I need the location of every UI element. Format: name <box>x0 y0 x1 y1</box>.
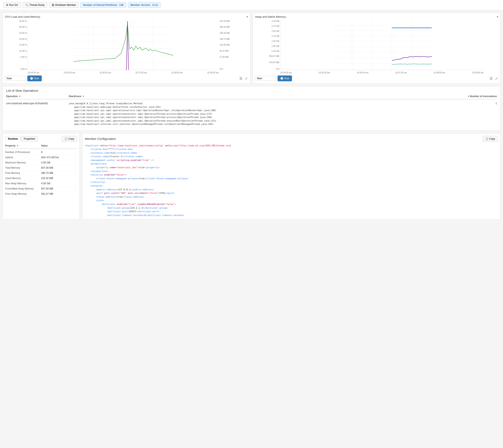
prop-value-cell: 607.00 MB <box>41 166 77 169</box>
prop-value-cell: 607.00 MB <box>41 187 77 190</box>
stacktrace-cell: java.base@14.0.1/java.lang.Thread.sleep(… <box>69 102 464 126</box>
prop-header-name[interactable]: Property ⇕ <box>5 144 41 147</box>
sort-icon-stacktrace: ⇕ <box>82 95 84 97</box>
prop-value-cell: 380.70 MB <box>41 172 77 175</box>
copy-button-right[interactable]: 📋 Copy <box>483 136 498 142</box>
cpu-chart-title: CPU Load and Used Memory <box>5 15 40 18</box>
prop-value-cell: 4.00 GB <box>41 161 77 164</box>
prop-rows: Number of Processors 8 Uptime 50m 47s 69… <box>5 150 77 197</box>
prop-name-cell: Total Memory <box>5 166 41 169</box>
cpu-now-input[interactable] <box>5 76 26 81</box>
prop-row: Committed Heap Memory 607.00 MB <box>5 186 77 191</box>
copy-button-left[interactable]: 📋 Copy <box>62 136 77 142</box>
heap-chart-header: Heap and Native Memory ▾ <box>255 15 498 18</box>
col-invocations-header[interactable]: ⇕ Number of invocations <box>464 95 497 98</box>
sort-icon-operation: ⇕ <box>19 95 21 97</box>
cpu-list-icon[interactable]: ☰ <box>239 76 243 81</box>
prop-row: Free Memory 380.70 MB <box>5 171 77 176</box>
config-code: <hazelcast xmlns="http://www.hazelcast.c… <box>85 144 498 217</box>
tabs-container: Runtime Properties 📋 Copy <box>5 136 77 142</box>
prop-row: Used Memory 225.92 MB <box>5 176 77 181</box>
left-panel: Runtime Properties 📋 Copy Property ⇕ Val… <box>2 133 80 220</box>
version-badge: Member Version: 4.1.0 <box>128 2 161 8</box>
heap-chart-controls: 🕐 Now ☰ ⤢ <box>255 76 498 81</box>
prop-header-value: Value <box>41 144 77 147</box>
prop-name-cell: Free Heap Memory <box>5 192 41 195</box>
thread-dump-button[interactable]: 🔍 Thread Dump <box>22 2 47 8</box>
heap-chart-title: Heap and Native Memory <box>255 15 286 18</box>
cpu-chart-header: CPU Load and Used Memory ▾ <box>5 15 248 18</box>
prop-name-cell: Maximum Memory <box>5 161 41 164</box>
bottom-section: Runtime Properties 📋 Copy Property ⇕ Val… <box>2 133 501 220</box>
copy-icon-right: 📋 <box>485 137 488 140</box>
prop-name-cell: Number of Processors <box>5 151 41 154</box>
prop-value-cell: 50m 47s 697ms <box>41 156 77 159</box>
cpu-now-button[interactable]: 🕐 Now <box>27 76 42 81</box>
right-panel: Member Configuration 📋 Copy <hazelcast x… <box>82 133 501 220</box>
operation-cell: com.hazelcast.webscope.HzStarter$1 <box>6 102 69 105</box>
chevron-down-icon[interactable]: ▾ <box>246 15 248 18</box>
prop-row: Number of Processors 8 <box>5 150 77 155</box>
prop-row: Total Memory 607.00 MB <box>5 165 77 171</box>
run-gc-button[interactable]: ⚙ Run GC <box>3 2 21 8</box>
slow-ops-header: Operation ⇕ Stacktrace ⇕ ⇕ Number of inv… <box>6 95 497 99</box>
top-bar: ⚙ Run GC 🔍 Thread Dump ⏻ Shutdown Member… <box>0 0 503 10</box>
charts-row: CPU Load and Used Memory ▾ 35.00 % 30.00… <box>2 13 501 84</box>
prop-row: Maximum Memory 4.00 GB <box>5 160 77 165</box>
prop-name-cell: Max Heap Memory <box>5 182 41 185</box>
partitions-badge: Number of Owned Partitions: 136 <box>80 2 126 8</box>
power-icon: ⏻ <box>52 3 54 6</box>
col-stacktrace-header[interactable]: Stacktrace ⇕ <box>69 95 464 98</box>
col-operation-header[interactable]: Operation ⇕ <box>6 95 69 98</box>
sort-icon-invocations: ⇕ <box>468 95 469 97</box>
chevron-down-icon-2[interactable]: ▾ <box>497 15 498 18</box>
cpu-chart-svg <box>28 20 219 70</box>
shutdown-button[interactable]: ⏻ Shutdown Member <box>49 2 79 8</box>
heap-expand-icon[interactable]: ⤢ <box>495 76 498 81</box>
invocations-cell: 1 <box>464 102 497 105</box>
cpu-chart-icons: ☰ ⤢ <box>239 76 248 81</box>
heap-chart-panel: Heap and Native Memory ▾ 4.19 GB 3.73 GB… <box>253 13 501 84</box>
prop-value-cell: 225.92 MB <box>41 177 77 180</box>
prop-row: Uptime 50m 47s 697ms <box>5 155 77 160</box>
heap-chart-wrapper: 4.19 GB 3.73 GB 3.26 GB 2.79 GB 2.33 GB … <box>255 20 498 74</box>
prop-name-cell: Uptime <box>5 156 41 159</box>
gear-icon: ⚙ <box>6 3 8 6</box>
prop-table-header: Property ⇕ Value <box>5 144 77 149</box>
cpu-chart-panel: CPU Load and Used Memory ▾ 35.00 % 30.00… <box>2 13 250 84</box>
table-row: com.hazelcast.webscope.HzStarter$1 java.… <box>6 100 497 128</box>
heap-chart-svg <box>280 20 484 70</box>
slow-ops-title: List of Slow Operations <box>6 89 497 92</box>
sort-icon-prop: ⇕ <box>17 145 18 147</box>
prop-value-cell: 381.07 MB <box>41 192 77 195</box>
prop-name-cell: Free Memory <box>5 172 41 175</box>
clock-icon-2: 🕐 <box>280 77 283 80</box>
copy-icon-left: 📋 <box>65 137 67 140</box>
cpu-chart-controls: 🕐 Now ☰ ⤢ <box>5 76 248 81</box>
prop-value-cell: 8 <box>41 151 77 154</box>
cpu-expand-icon[interactable]: ⤢ <box>244 76 248 81</box>
prop-name-cell: Committed Heap Memory <box>5 187 41 190</box>
tab-runtime[interactable]: Runtime <box>5 136 21 142</box>
heap-now-button[interactable]: 🕐 Now <box>277 76 292 81</box>
cpu-chart-wrapper: 35.00 % 30.00 % 25.00 % 20.00 % 15.00 % … <box>5 20 248 74</box>
prop-row: Max Heap Memory 4.00 GB <box>5 181 77 186</box>
slow-ops-panel: List of Slow Operations Operation ⇕ Stac… <box>2 86 501 131</box>
heap-list-icon[interactable]: ☰ <box>489 76 493 81</box>
file-icon: 🔍 <box>25 3 28 6</box>
tab-properties[interactable]: Properties <box>21 136 38 142</box>
prop-name-cell: Used Memory <box>5 177 41 180</box>
prop-value-cell: 4.00 GB <box>41 182 77 185</box>
config-title: Member Configuration 📋 Copy <box>85 136 498 142</box>
clock-icon: 🕐 <box>30 77 33 80</box>
main-content: CPU Load and Used Memory ▾ 35.00 % 30.00… <box>0 10 503 222</box>
prop-row: Free Heap Memory 381.07 MB <box>5 191 77 197</box>
heap-chart-icons: ☰ ⤢ <box>489 76 498 81</box>
heap-now-input[interactable] <box>255 76 276 81</box>
